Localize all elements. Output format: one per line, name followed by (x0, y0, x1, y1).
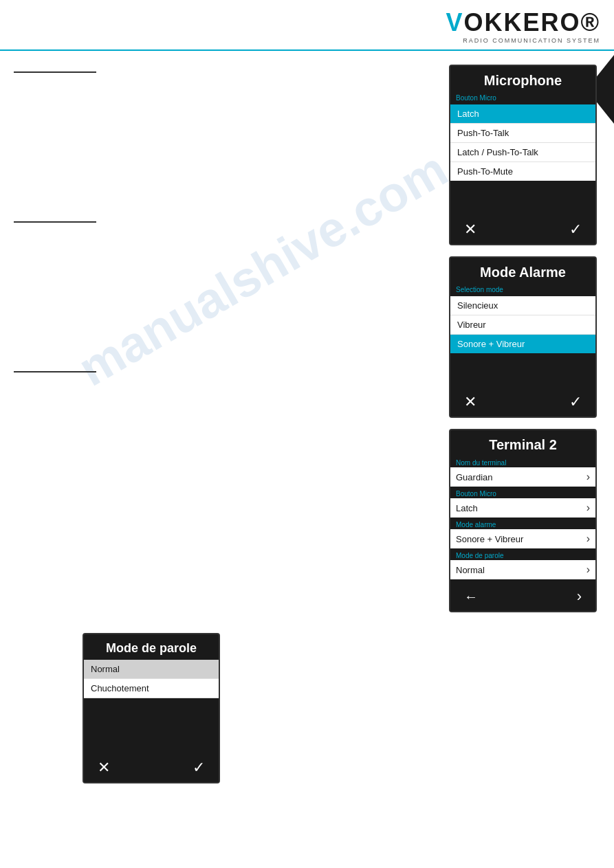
parole-cancel-btn[interactable]: ✕ (98, 759, 110, 777)
terminal-nom-chevron: › (586, 471, 590, 483)
terminal2-footer: ← › (450, 582, 595, 611)
terminal-row-alarme[interactable]: Sonore + Vibreur › (450, 529, 595, 548)
alarme-spacer (450, 353, 595, 388)
logo: VOKKERO® RADIO COMMUNICATION SYSTEM (446, 8, 600, 44)
terminal2-next-btn[interactable]: › (577, 588, 582, 605)
left-column (14, 65, 435, 612)
right-column: Microphone Bouton Micro Latch Push-To-Ta… (449, 65, 600, 612)
parole-title: Mode de parole (84, 634, 219, 660)
microphone-footer: ✕ ✓ (450, 215, 595, 244)
microphone-label: Bouton Micro (450, 93, 595, 104)
alarme-footer: ✕ ✓ (450, 388, 595, 416)
alarme-label: Selection mode (450, 285, 595, 296)
bottom-area: Mode de parole Normal Chuchotement ✕ ✓ (0, 626, 614, 797)
microphone-screen: Microphone Bouton Micro Latch Push-To-Ta… (449, 65, 597, 245)
terminal-label-nom: Nom du terminal (450, 457, 595, 467)
alarme-list: Silencieux Vibreur Sonore + Vibreur (450, 296, 595, 353)
alarme-title: Mode Alarme (450, 258, 595, 285)
section-divider-1 (14, 71, 96, 73)
terminal2-screen: Terminal 2 Nom du terminal Guardian › Bo… (449, 429, 597, 612)
alarme-option-sonore[interactable]: Sonore + Vibreur (450, 335, 595, 353)
terminal-alarme-chevron: › (586, 533, 590, 545)
logo-v: V (446, 8, 463, 36)
terminal-row-bouton[interactable]: Latch › (450, 498, 595, 518)
terminal-alarme-value: Sonore + Vibreur (456, 534, 523, 544)
alarme-option-silencieux[interactable]: Silencieux (450, 296, 595, 315)
terminal-bouton-value: Latch (456, 503, 478, 513)
parole-footer: ✕ ✓ (84, 753, 219, 782)
mic-option-latch[interactable]: Latch (450, 104, 595, 124)
microphone-cancel-btn[interactable]: ✕ (464, 221, 476, 238)
mic-option-latch-push[interactable]: Latch / Push-To-Talk (450, 143, 595, 162)
logo-subtitle: RADIO COMMUNICATION SYSTEM (463, 37, 600, 44)
parole-option-normal[interactable]: Normal (84, 660, 219, 679)
terminal-parole-value: Normal (456, 565, 485, 575)
mic-option-push-to-talk[interactable]: Push-To-Talk (450, 124, 595, 143)
alarme-confirm-btn[interactable]: ✓ (569, 393, 582, 411)
section-divider-3 (14, 371, 96, 372)
terminal-label-parole: Mode de parole (450, 550, 595, 560)
main-content: Microphone Bouton Micro Latch Push-To-Ta… (0, 51, 614, 626)
mic-option-push-to-mute[interactable]: Push-To-Mute (450, 162, 595, 181)
terminal2-back-btn[interactable]: ← (464, 589, 478, 605)
terminal2-title: Terminal 2 (450, 430, 595, 457)
terminal-parole-chevron: › (586, 564, 590, 576)
microphone-title: Microphone (450, 66, 595, 93)
terminal-row-parole[interactable]: Normal › (450, 560, 595, 579)
parole-confirm-btn[interactable]: ✓ (193, 759, 205, 777)
microphone-list: Latch Push-To-Talk Latch / Push-To-Talk … (450, 104, 595, 181)
bottom-left: Mode de parole Normal Chuchotement ✕ ✓ (14, 626, 435, 783)
terminal-label-alarme: Mode alarme (450, 519, 595, 529)
bottom-right (449, 626, 600, 783)
alarme-cancel-btn[interactable]: ✕ (464, 393, 476, 411)
alarme-option-vibreur[interactable]: Vibreur (450, 315, 595, 335)
terminal-nom-value: Guardian (456, 472, 492, 482)
terminal-bouton-chevron: › (586, 502, 590, 514)
mode-alarme-screen: Mode Alarme Selection mode Silencieux Vi… (449, 256, 597, 418)
terminal-row-nom[interactable]: Guardian › (450, 467, 595, 487)
header: VOKKERO® RADIO COMMUNICATION SYSTEM (0, 0, 614, 51)
parole-spacer (84, 698, 219, 753)
microphone-confirm-btn[interactable]: ✓ (569, 221, 582, 238)
logo-text: VOKKERO® (446, 8, 600, 37)
logo-rest: OKKERO (463, 8, 580, 36)
parole-list: Normal Chuchotement (84, 660, 219, 698)
microphone-spacer (450, 181, 595, 215)
section-divider-2 (14, 221, 96, 223)
mode-parole-screen: Mode de parole Normal Chuchotement ✕ ✓ (83, 633, 220, 783)
terminal-label-bouton: Bouton Micro (450, 488, 595, 498)
parole-option-chuchotement[interactable]: Chuchotement (84, 679, 219, 698)
